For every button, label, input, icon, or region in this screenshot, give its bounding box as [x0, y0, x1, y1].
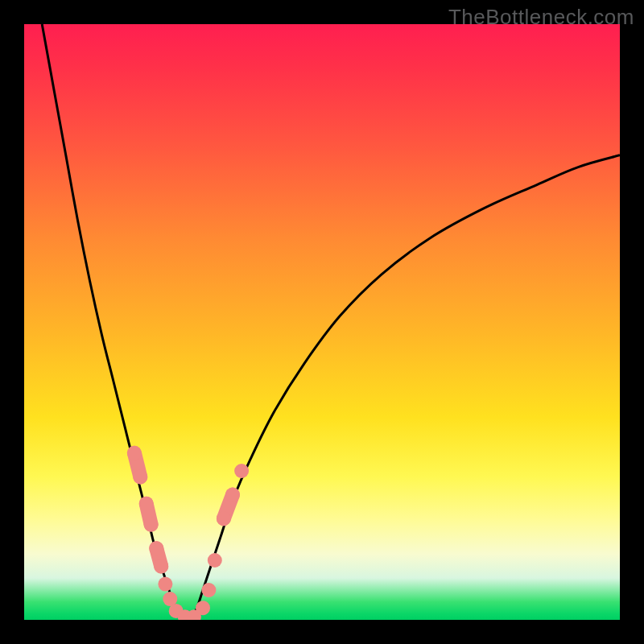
- marker-dot: [139, 497, 154, 511]
- marker-dot: [158, 577, 172, 592]
- marker-dot: [144, 518, 159, 532]
- marker-dot: [225, 488, 240, 502]
- marker-dot: [234, 464, 249, 478]
- watermark-text: TheBottleneck.com: [448, 5, 634, 30]
- left-curve: [42, 24, 185, 620]
- marker-dot: [196, 601, 210, 615]
- marker-dot: [149, 541, 163, 555]
- marker-dot: [217, 511, 231, 526]
- curve-layer: [24, 24, 620, 620]
- marker-dot: [133, 469, 147, 484]
- marker-dot: [154, 559, 168, 573]
- right-curve: [191, 155, 620, 620]
- plot-area: [24, 24, 620, 620]
- marker-dot: [208, 553, 222, 568]
- marker-dot: [127, 446, 142, 460]
- chart-container: TheBottleneck.com: [0, 0, 644, 644]
- marker-dots: [127, 446, 249, 620]
- marker-dot: [201, 583, 216, 597]
